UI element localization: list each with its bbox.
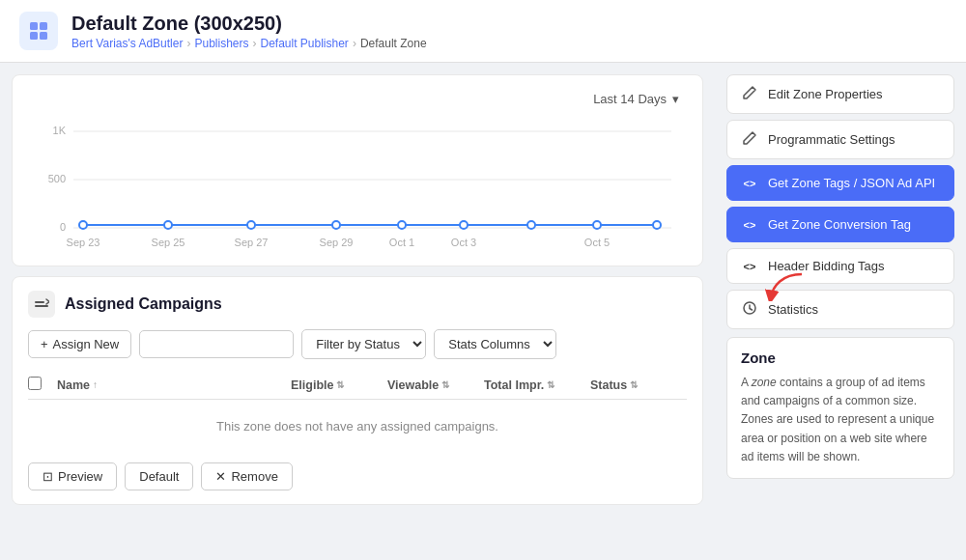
zone-info-card: Zone A zone contains a group of ad items… bbox=[726, 337, 954, 479]
chart-header: Last 14 Days ▾ bbox=[28, 89, 687, 109]
status-column-header[interactable]: Status ⇅ bbox=[590, 378, 687, 392]
default-button[interactable]: Default bbox=[125, 462, 193, 490]
code-conversion-icon: <> bbox=[741, 219, 758, 231]
svg-point-10 bbox=[79, 221, 87, 229]
plus-icon: + bbox=[41, 337, 48, 351]
edit-icon bbox=[741, 85, 758, 103]
select-all-checkbox[interactable] bbox=[28, 377, 42, 390]
svg-rect-0 bbox=[30, 22, 38, 30]
svg-text:Oct 3: Oct 3 bbox=[451, 237, 476, 248]
header-text-block: Default Zone (300x250) Bert Varias's AdB… bbox=[71, 13, 427, 50]
campaigns-card: Assigned Campaigns + Assign New Filter b… bbox=[12, 276, 703, 505]
breadcrumb-item-3[interactable]: Default Publisher bbox=[260, 37, 348, 50]
breadcrumb-sep-1: › bbox=[186, 37, 190, 50]
svg-point-14 bbox=[398, 221, 406, 229]
page-title: Default Zone (300x250) bbox=[71, 13, 427, 35]
programmatic-label: Programmatic Settings bbox=[768, 132, 895, 147]
remove-button[interactable]: ✕ Remove bbox=[201, 462, 292, 490]
svg-text:Sep 29: Sep 29 bbox=[320, 237, 354, 248]
date-range-button[interactable]: Last 14 Days ▾ bbox=[585, 89, 687, 109]
viewable-sort-icon: ⇅ bbox=[441, 379, 449, 390]
svg-point-12 bbox=[247, 221, 255, 229]
edit-zone-properties-button[interactable]: Edit Zone Properties bbox=[726, 74, 954, 114]
checkbox-header bbox=[28, 377, 57, 393]
section-title-text: Assigned Campaigns bbox=[65, 295, 222, 313]
header-bidding-button[interactable]: <> Header Bidding Tags bbox=[726, 248, 954, 284]
right-panel: Edit Zone Properties Programmatic Settin… bbox=[715, 63, 966, 557]
red-arrow-annotation bbox=[763, 270, 810, 301]
header-bidding-wrapper: <> Header Bidding Tags bbox=[726, 248, 954, 284]
preview-button[interactable]: ⊡ Preview bbox=[28, 462, 117, 490]
assign-new-button[interactable]: + Assign New bbox=[28, 330, 131, 358]
zone-info-description: A zone contains a group of ad items and … bbox=[741, 374, 940, 466]
breadcrumb-sep-3: › bbox=[353, 37, 356, 50]
svg-point-15 bbox=[460, 221, 468, 229]
chart-area: 1K 500 0 bbox=[28, 117, 687, 252]
clock-icon bbox=[741, 300, 758, 319]
get-zone-conversion-button[interactable]: <> Get Zone Conversion Tag bbox=[726, 207, 954, 242]
filter-status-dropdown[interactable]: Filter by Status bbox=[301, 329, 426, 359]
eligible-column-header[interactable]: Eligible ⇅ bbox=[291, 378, 387, 392]
breadcrumb-item-4: Default Zone bbox=[360, 37, 427, 50]
sort-asc-icon: ↑ bbox=[93, 379, 98, 390]
zone-info-title: Zone bbox=[741, 350, 940, 366]
name-column-header[interactable]: Name ↑ bbox=[57, 378, 291, 392]
impr-sort-icon: ⇅ bbox=[547, 379, 554, 390]
svg-text:Sep 27: Sep 27 bbox=[235, 237, 269, 248]
name-label: Name bbox=[57, 378, 90, 392]
chart-card: Last 14 Days ▾ 1K 500 0 bbox=[12, 74, 703, 266]
statistics-button[interactable]: Statistics bbox=[726, 290, 954, 329]
chart-svg: 1K 500 0 bbox=[28, 117, 687, 252]
eligible-label: Eligible bbox=[291, 378, 333, 392]
campaigns-toolbar: + Assign New Filter by Status Stats Colu… bbox=[28, 329, 687, 359]
svg-point-11 bbox=[164, 221, 172, 229]
svg-text:Oct 1: Oct 1 bbox=[389, 237, 414, 248]
svg-rect-3 bbox=[40, 32, 47, 40]
empty-table-message: This zone does not have any assigned cam… bbox=[28, 400, 687, 453]
svg-text:500: 500 bbox=[48, 173, 66, 184]
preview-label: Preview bbox=[58, 469, 102, 484]
svg-text:0: 0 bbox=[60, 221, 66, 233]
table-header: Name ↑ Eligible ⇅ Viewable ⇅ Total Impr.… bbox=[28, 369, 687, 400]
svg-text:Sep 25: Sep 25 bbox=[152, 237, 185, 248]
chevron-down-icon: ▾ bbox=[672, 92, 679, 106]
stats-columns-dropdown[interactable]: Stats Columns bbox=[434, 329, 556, 359]
total-impr-column-header[interactable]: Total Impr. ⇅ bbox=[484, 378, 590, 392]
zone-icon bbox=[19, 12, 58, 50]
svg-text:1K: 1K bbox=[53, 125, 67, 136]
default-label: Default bbox=[139, 469, 179, 484]
date-range-label: Last 14 Days bbox=[593, 92, 667, 106]
breadcrumb-sep-2: › bbox=[252, 37, 256, 50]
programmatic-settings-button[interactable]: Programmatic Settings bbox=[726, 120, 954, 159]
x-icon: ✕ bbox=[215, 469, 226, 484]
code-tags-icon: <> bbox=[741, 178, 758, 189]
programmatic-icon bbox=[741, 130, 758, 149]
svg-rect-26 bbox=[35, 301, 44, 303]
campaign-search-input[interactable] bbox=[139, 330, 294, 358]
svg-text:Oct 5: Oct 5 bbox=[584, 237, 610, 248]
left-panel: Last 14 Days ▾ 1K 500 0 bbox=[0, 63, 715, 557]
breadcrumb: Bert Varias's AdButler › Publishers › De… bbox=[71, 37, 427, 50]
assign-label: Assign New bbox=[53, 337, 120, 351]
get-zone-tags-button[interactable]: <> Get Zone Tags / JSON Ad API bbox=[726, 165, 954, 201]
bottom-actions: ⊡ Preview Default ✕ Remove bbox=[28, 462, 687, 490]
remove-label: Remove bbox=[231, 469, 277, 484]
svg-text:Sep 23: Sep 23 bbox=[67, 237, 100, 248]
viewable-label: Viewable bbox=[387, 378, 439, 392]
svg-rect-27 bbox=[35, 305, 48, 307]
viewable-column-header[interactable]: Viewable ⇅ bbox=[387, 378, 484, 392]
edit-zone-label: Edit Zone Properties bbox=[768, 87, 883, 101]
eligible-sort-icon: ⇅ bbox=[336, 379, 344, 390]
svg-point-13 bbox=[332, 221, 340, 229]
page-header: Default Zone (300x250) Bert Varias's AdB… bbox=[0, 0, 966, 63]
svg-point-16 bbox=[527, 221, 535, 229]
breadcrumb-item-1[interactable]: Bert Varias's AdButler bbox=[71, 37, 183, 50]
total-impr-label: Total Impr. bbox=[484, 378, 544, 392]
breadcrumb-item-2[interactable]: Publishers bbox=[194, 37, 248, 50]
code-bidding-icon: <> bbox=[741, 261, 758, 272]
status-sort-icon: ⇅ bbox=[630, 379, 638, 390]
status-label: Status bbox=[590, 378, 627, 392]
svg-point-18 bbox=[653, 221, 661, 229]
preview-icon: ⊡ bbox=[43, 469, 53, 484]
campaigns-icon bbox=[28, 291, 55, 318]
